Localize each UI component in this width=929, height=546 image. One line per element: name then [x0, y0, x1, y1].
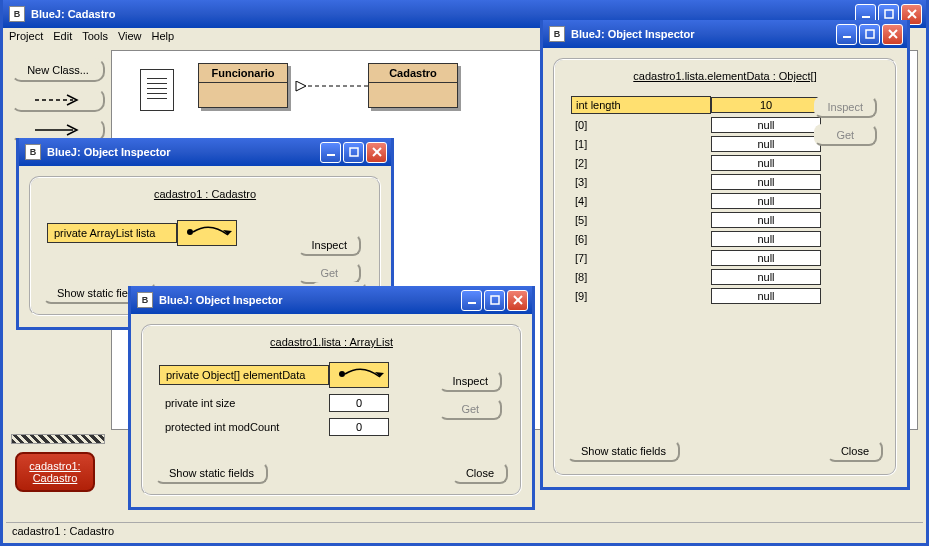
inspect-button[interactable]: Inspect — [439, 370, 502, 392]
array-item-row[interactable]: [2]null — [571, 155, 885, 171]
maximize-button[interactable] — [859, 24, 880, 45]
object-ref-icon — [329, 362, 389, 388]
inspector-array-object-title: cadastro1.lista.elementData : Object[] — [565, 70, 885, 82]
class-cadastro[interactable]: Cadastro — [368, 63, 458, 108]
inspect-button[interactable]: Inspect — [298, 234, 361, 256]
bluej-icon: B — [137, 292, 153, 308]
inspector-arraylist-window: B BlueJ: Object Inspector cadastro1.list… — [128, 286, 535, 510]
array-item-row[interactable]: [5]null — [571, 212, 885, 228]
menu-tools[interactable]: Tools — [82, 30, 108, 42]
svg-point-17 — [187, 229, 193, 235]
bluej-icon: B — [9, 6, 25, 22]
minimize-button[interactable] — [461, 290, 482, 311]
svg-rect-10 — [866, 30, 874, 38]
bluej-icon: B — [25, 144, 41, 160]
array-item-row[interactable]: [8]null — [571, 269, 885, 285]
readme-icon[interactable] — [140, 69, 174, 111]
class-funcionario[interactable]: Funcionario — [198, 63, 288, 108]
close-inspector-button[interactable]: Close — [827, 440, 883, 462]
main-title: BlueJ: Cadastro — [31, 8, 855, 20]
object-cadastro1[interactable]: cadastro1: Cadastro — [15, 452, 95, 492]
svg-point-23 — [339, 371, 345, 377]
close-button[interactable] — [882, 24, 903, 45]
new-class-button[interactable]: New Class... — [11, 58, 105, 82]
menu-project[interactable]: Project — [9, 30, 43, 42]
object-name: cadastro1: — [17, 460, 93, 472]
inspector-cadastro-titlebar[interactable]: B BlueJ: Object Inspector — [19, 138, 391, 166]
inspector-arraylist-title: BlueJ: Object Inspector — [159, 294, 461, 306]
field-modcount-row[interactable]: protected int modCount 0 — [159, 418, 510, 436]
maximize-button[interactable] — [484, 290, 505, 311]
minimize-button[interactable] — [836, 24, 857, 45]
array-item-row[interactable]: [9]null — [571, 288, 885, 304]
show-static-button[interactable]: Show static fields — [567, 440, 680, 462]
menu-view[interactable]: View — [118, 30, 142, 42]
inspect-button[interactable]: Inspect — [814, 96, 877, 118]
array-item-row[interactable]: [7]null — [571, 250, 885, 266]
array-item-row[interactable]: [6]null — [571, 231, 885, 247]
inspector-arraylist-titlebar[interactable]: B BlueJ: Object Inspector — [131, 286, 532, 314]
inspector-cadastro-object-title: cadastro1 : Cadastro — [41, 188, 369, 200]
menu-edit[interactable]: Edit — [53, 30, 72, 42]
minimize-button[interactable] — [320, 142, 341, 163]
svg-rect-20 — [491, 296, 499, 304]
object-ref-icon — [177, 220, 237, 246]
inspector-cadastro-title: BlueJ: Object Inspector — [47, 146, 320, 158]
object-type: Cadastro — [17, 472, 93, 484]
svg-rect-1 — [885, 10, 893, 18]
close-button[interactable] — [507, 290, 528, 311]
svg-rect-14 — [350, 148, 358, 156]
sidebar: New Class... — [11, 58, 105, 148]
close-button[interactable] — [366, 142, 387, 163]
array-item-row[interactable]: [3]null — [571, 174, 885, 190]
svg-marker-7 — [296, 81, 306, 91]
inspector-arraylist-object-title: cadastro1.lista : ArrayList — [153, 336, 510, 348]
menu-help[interactable]: Help — [152, 30, 175, 42]
inspector-array-titlebar[interactable]: B BlueJ: Object Inspector — [543, 20, 907, 48]
get-button[interactable]: Get — [814, 124, 877, 146]
array-item-row[interactable]: [4]null — [571, 193, 885, 209]
close-inspector-button[interactable]: Close — [452, 462, 508, 484]
uses-arrow-button[interactable] — [11, 88, 105, 112]
show-static-button[interactable]: Show static fields — [155, 462, 268, 484]
inspector-array-window: B BlueJ: Object Inspector cadastro1.list… — [540, 20, 910, 490]
maximize-button[interactable] — [343, 142, 364, 163]
bench-divider[interactable] — [11, 434, 105, 444]
get-button[interactable]: Get — [298, 262, 361, 284]
bluej-icon: B — [549, 26, 565, 42]
status-bar: cadastro1 : Cadastro — [6, 522, 923, 540]
get-button[interactable]: Get — [439, 398, 502, 420]
inspector-array-title: BlueJ: Object Inspector — [571, 28, 836, 40]
